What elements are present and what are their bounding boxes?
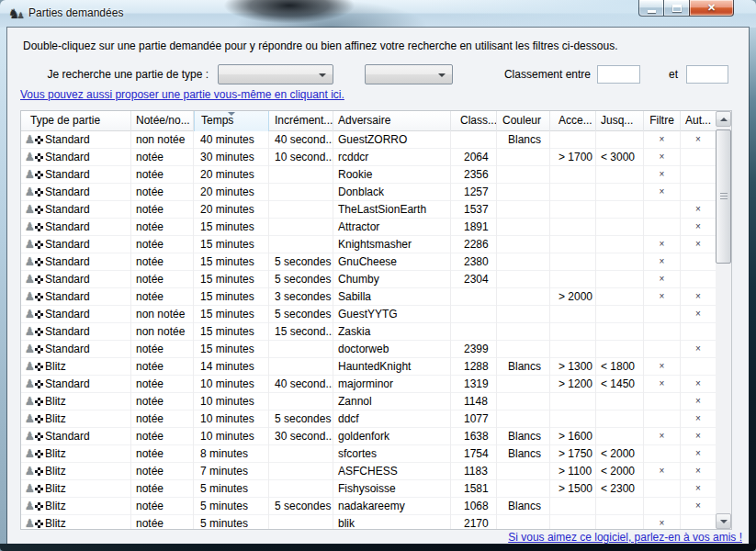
cell-below: < 2300 [596, 480, 644, 498]
table-row[interactable]: ♟Blitz notée 7 minutes ASFCHESS 1183 > 1… [21, 463, 716, 480]
cell-filter [644, 393, 681, 410]
rating-max-input[interactable] [686, 65, 728, 84]
table-row[interactable]: ♟Standard notée 30 minutes 10 second... … [21, 149, 716, 166]
minimize-button[interactable] [638, 0, 664, 17]
cell-filter [644, 445, 681, 463]
cell-above [550, 184, 596, 201]
table-row[interactable]: ♟Standard non notée 15 minutes 5 seconde… [21, 306, 716, 323]
cell-time: 15 minutes [194, 271, 269, 288]
table-row[interactable]: ♟Blitz notée 5 minutes 5 secondes nadaka… [21, 498, 716, 515]
share-link[interactable]: Si vous aimez ce logiciel, parlez-en à v… [508, 531, 742, 544]
table-row[interactable]: ♟Blitz notée 10 minutes 5 secondes ddcf … [21, 410, 716, 428]
column-header-rating[interactable]: Class... [451, 111, 497, 131]
scroll-down-button[interactable] [716, 513, 731, 529]
table-row[interactable]: ♟Standard notée 20 minutes TheLastSionEa… [21, 201, 716, 219]
table-row[interactable]: ♟Standard non notée 15 minutes 15 second… [21, 323, 716, 341]
cell-above [550, 306, 596, 323]
cell-color [497, 236, 550, 253]
table-row[interactable]: ♟Standard notée 20 minutes Rookie 2356 × [21, 166, 716, 184]
cell-increment: 5 secondes [269, 498, 333, 515]
cell-color [497, 306, 550, 323]
cell-increment: 5 secondes [269, 271, 333, 288]
window-frame-bottom [0, 544, 756, 551]
cell-rated: notée [131, 236, 194, 253]
cell-below: < 1800 [596, 358, 644, 376]
column-header-opponent[interactable]: Adversaire [333, 111, 451, 131]
table-row[interactable]: ♟Standard notée 15 minutes 3 secondes Sa… [21, 288, 716, 306]
table-row[interactable]: ♟Standard notée 20 minutes Donblack 1257… [21, 184, 716, 201]
cell-auto [681, 253, 716, 271]
cell-opponent: Zaskia [333, 323, 451, 341]
cell-above [550, 323, 596, 341]
cell-below [596, 515, 644, 530]
column-header-above[interactable]: Acce... [550, 111, 596, 131]
cell-type: ♟Standard [21, 166, 131, 184]
table-row[interactable]: ♟Standard non notée 40 minutes 40 second… [21, 131, 716, 149]
close-button[interactable]: ✕ [689, 0, 734, 17]
column-header-increment[interactable]: Incrément... [269, 111, 333, 131]
cell-auto [681, 515, 716, 530]
column-header-filter[interactable]: Filtre [644, 111, 681, 131]
cell-time: 8 minutes [194, 445, 269, 463]
cell-above [550, 166, 596, 184]
table-row[interactable]: ♟Standard notée 15 minutes 5 secondes Ch… [21, 271, 716, 288]
table-row[interactable]: ♟Blitz notée 14 minutes HauntedKnight 12… [21, 358, 716, 376]
rating-between-label: Classement entre [432, 68, 591, 81]
vertical-scrollbar[interactable] [716, 111, 731, 529]
table-row[interactable]: ♟Blitz notée 5 minutes Fishysoisse 1581 … [21, 480, 716, 498]
propose-game-link[interactable]: Vous pouvez aussi proposer une partie vo… [20, 88, 344, 101]
cell-opponent: sfcortes [333, 445, 451, 463]
column-header-below[interactable]: Jusq... [596, 111, 644, 131]
rating-min-input[interactable] [597, 65, 640, 84]
cell-increment: 10 second... [269, 149, 333, 166]
table-row[interactable]: ♟Standard notée 10 minutes 30 second... … [21, 428, 716, 445]
cell-auto [681, 166, 716, 184]
maximize-button[interactable] [663, 0, 690, 17]
table-row[interactable]: ♟Blitz notée 5 minutes blik 2170 × [21, 515, 716, 530]
cell-auto [681, 323, 716, 341]
cell-increment [269, 184, 333, 201]
cell-time: 15 minutes [194, 323, 269, 341]
cell-filter: × [644, 184, 681, 201]
table-row[interactable]: ♟Standard notée 15 minutes Knightsmasher… [21, 236, 716, 253]
cell-auto [681, 358, 716, 376]
cell-color [497, 376, 550, 393]
cell-rating: 1638 [451, 428, 497, 445]
table-row[interactable]: ♟Blitz notée 10 minutes Zannol 1148 × [21, 393, 716, 410]
dialog-window: ♞♟ Parties demandées ✕ Double-cliquez su… [0, 0, 756, 551]
cell-filter [644, 410, 681, 428]
cell-above [550, 236, 596, 253]
cell-filter [644, 341, 681, 358]
cell-above: > 1600 [550, 428, 596, 445]
cell-rating: 1319 [451, 376, 497, 393]
table-row[interactable]: ♟Blitz notée 8 minutes sfcortes 1754 Bla… [21, 445, 716, 463]
scroll-thumb[interactable] [716, 129, 731, 264]
table-row[interactable]: ♟Standard notée 10 minutes 40 second... … [21, 376, 716, 393]
cell-color [497, 480, 550, 498]
cell-opponent: Donblack [333, 184, 451, 201]
cell-rated: notée [131, 341, 194, 358]
game-type-select[interactable] [218, 64, 333, 84]
cell-time: 15 minutes [194, 288, 269, 306]
chess-pawn-icon: ♟ [25, 358, 45, 375]
cell-rating: 1754 [451, 445, 497, 463]
cell-opponent: Chumby [333, 271, 451, 288]
cell-increment [269, 201, 333, 219]
cell-above [550, 201, 596, 219]
cell-rating: 2286 [451, 236, 497, 253]
scroll-up-button[interactable] [716, 111, 731, 127]
table-row[interactable]: ♟Standard notée 15 minutes 5 secondes Gn… [21, 253, 716, 271]
cell-increment: 5 secondes [269, 253, 333, 271]
column-header-color[interactable]: Couleur [497, 111, 550, 131]
table-row[interactable]: ♟Standard notée 15 minutes doctorweb 239… [21, 341, 716, 358]
cell-auto: × [681, 219, 716, 236]
cell-below [596, 219, 644, 236]
cell-rating [451, 323, 497, 341]
cell-color [497, 219, 550, 236]
titlebar[interactable]: ♞♟ Parties demandées ✕ [0, 0, 756, 28]
column-header-rated[interactable]: Notée/no... [131, 111, 194, 131]
column-header-time[interactable]: Temps [194, 111, 269, 131]
table-row[interactable]: ♟Standard notée 15 minutes Attractor 189… [21, 219, 716, 236]
column-header-auto[interactable]: Aut... [681, 111, 716, 131]
column-header-type[interactable]: Type de partie [21, 111, 131, 131]
